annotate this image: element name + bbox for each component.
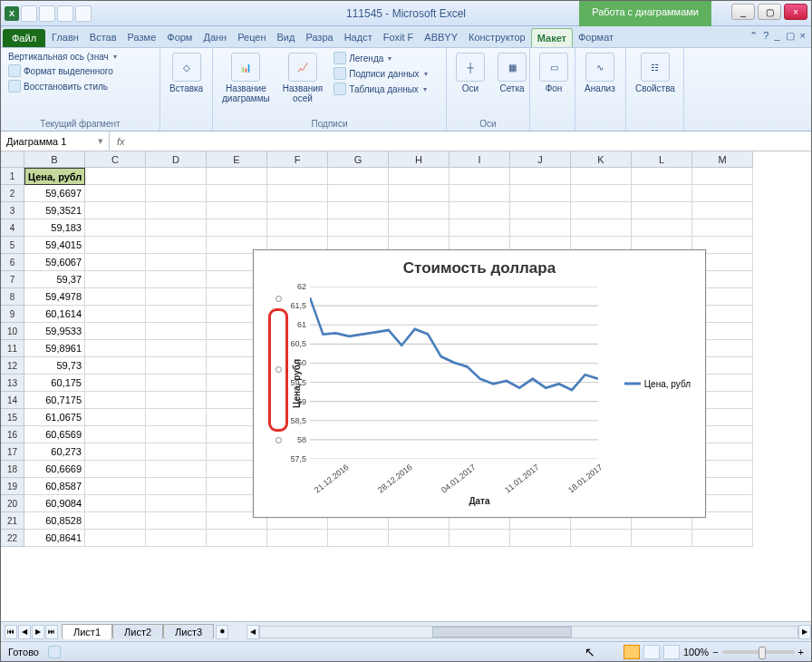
cell[interactable] bbox=[510, 219, 571, 237]
cell[interactable] bbox=[146, 340, 207, 357]
ribbon-tab-данн[interactable]: Данн bbox=[198, 28, 232, 47]
cell[interactable] bbox=[632, 219, 692, 237]
cell[interactable] bbox=[146, 357, 207, 375]
cell[interactable] bbox=[328, 202, 389, 219]
cell[interactable] bbox=[571, 168, 632, 185]
cell[interactable] bbox=[267, 530, 328, 547]
cell[interactable]: 60,175 bbox=[24, 375, 85, 392]
cell[interactable] bbox=[267, 185, 328, 202]
zoom-out-button[interactable]: − bbox=[712, 647, 718, 657]
cell[interactable] bbox=[146, 375, 207, 392]
cell[interactable] bbox=[85, 461, 146, 478]
cell[interactable] bbox=[389, 219, 450, 237]
scrollbar-thumb[interactable] bbox=[432, 627, 572, 638]
ribbon-tab-конструктор[interactable]: Конструктор bbox=[463, 28, 531, 47]
cell[interactable]: 59,183 bbox=[24, 219, 85, 237]
row-header[interactable]: 3 bbox=[1, 202, 24, 219]
cell[interactable] bbox=[85, 306, 146, 323]
cell[interactable] bbox=[85, 530, 146, 547]
cell[interactable] bbox=[692, 530, 753, 547]
cell[interactable] bbox=[207, 202, 267, 219]
qat-save-icon[interactable] bbox=[21, 5, 37, 22]
row-header[interactable]: 12 bbox=[1, 357, 24, 375]
cell[interactable] bbox=[389, 168, 450, 185]
cell[interactable] bbox=[267, 202, 328, 219]
cell[interactable] bbox=[450, 219, 510, 237]
cell[interactable]: 60,9084 bbox=[24, 495, 85, 512]
row-header[interactable]: 15 bbox=[1, 409, 24, 426]
ribbon-tab-форм[interactable]: Форм bbox=[161, 28, 198, 47]
name-box[interactable]: Диаграмма 1▾ bbox=[1, 131, 110, 151]
format-selection-button[interactable]: Формат выделенного bbox=[6, 63, 154, 78]
cell[interactable] bbox=[146, 426, 207, 443]
cell[interactable]: 59,6697 bbox=[24, 185, 85, 202]
cell[interactable] bbox=[85, 495, 146, 512]
cell[interactable] bbox=[146, 254, 207, 271]
chart-element-selector[interactable]: Вертикальная ось (знач bbox=[6, 51, 154, 63]
cell[interactable] bbox=[632, 202, 692, 219]
cell[interactable] bbox=[146, 461, 207, 478]
cell[interactable]: 59,4015 bbox=[24, 237, 85, 254]
cell[interactable] bbox=[632, 185, 692, 202]
cell[interactable] bbox=[146, 512, 207, 530]
column-header[interactable]: B bbox=[24, 151, 85, 168]
column-header[interactable]: K bbox=[571, 151, 632, 168]
row-header[interactable]: 14 bbox=[1, 392, 24, 409]
selection-handle-icon[interactable] bbox=[276, 296, 282, 302]
column-header[interactable]: E bbox=[207, 151, 267, 168]
ribbon-tab-abbyy[interactable]: ABBYY bbox=[419, 28, 463, 47]
cell[interactable] bbox=[85, 512, 146, 530]
column-header[interactable]: C bbox=[85, 151, 146, 168]
plot-area[interactable]: 57,55858,55959,56060,56161,562 21.12.201… bbox=[310, 287, 598, 459]
new-sheet-button[interactable]: ✸ bbox=[216, 625, 228, 639]
row-header[interactable]: 7 bbox=[1, 271, 24, 288]
fx-icon[interactable]: fx bbox=[110, 136, 132, 147]
row-header[interactable]: 17 bbox=[1, 443, 24, 461]
cell[interactable] bbox=[85, 219, 146, 237]
page-break-view-button[interactable] bbox=[663, 645, 680, 659]
column-header[interactable]: I bbox=[450, 151, 510, 168]
horizontal-scrollbar[interactable] bbox=[259, 626, 798, 638]
normal-view-button[interactable] bbox=[624, 645, 640, 659]
ribbon-tab-рецен[interactable]: Рецен bbox=[232, 28, 271, 47]
cell[interactable] bbox=[85, 254, 146, 271]
mdi-minimize-icon[interactable]: _ bbox=[774, 30, 779, 42]
help-icon[interactable]: ? bbox=[763, 30, 768, 42]
column-header[interactable]: D bbox=[146, 151, 207, 168]
qat-redo-icon[interactable] bbox=[57, 5, 73, 22]
cell[interactable] bbox=[146, 323, 207, 340]
cell[interactable] bbox=[450, 530, 510, 547]
cell[interactable] bbox=[692, 202, 753, 219]
cell[interactable] bbox=[85, 288, 146, 306]
row-header[interactable]: 1 bbox=[1, 168, 24, 185]
cell[interactable]: 59,4978 bbox=[24, 288, 85, 306]
mdi-restore-icon[interactable]: ▢ bbox=[786, 30, 795, 42]
window-close-button[interactable]: × bbox=[784, 4, 807, 20]
row-header[interactable]: 22 bbox=[1, 530, 24, 547]
file-tab[interactable]: Файл bbox=[3, 29, 45, 47]
cell[interactable] bbox=[267, 219, 328, 237]
cell[interactable]: 60,6669 bbox=[24, 461, 85, 478]
cell[interactable] bbox=[692, 185, 753, 202]
cell[interactable] bbox=[510, 185, 571, 202]
cell[interactable]: 60,6569 bbox=[24, 426, 85, 443]
cell[interactable] bbox=[85, 392, 146, 409]
cell[interactable] bbox=[510, 168, 571, 185]
cell[interactable] bbox=[146, 202, 207, 219]
cell[interactable]: 61,0675 bbox=[24, 409, 85, 426]
cell[interactable] bbox=[85, 443, 146, 461]
column-header[interactable]: M bbox=[692, 151, 753, 168]
macro-record-icon[interactable] bbox=[48, 646, 61, 658]
cell[interactable] bbox=[571, 185, 632, 202]
cell[interactable]: 60,8528 bbox=[24, 512, 85, 530]
row-header[interactable]: 16 bbox=[1, 426, 24, 443]
cell[interactable]: 59,3521 bbox=[24, 202, 85, 219]
page-layout-view-button[interactable] bbox=[643, 645, 660, 659]
cell[interactable]: 60,273 bbox=[24, 443, 85, 461]
chart-title[interactable]: Стоимость доллара bbox=[259, 259, 700, 277]
cell[interactable] bbox=[207, 530, 267, 547]
reset-style-button[interactable]: Восстановить стиль bbox=[6, 79, 154, 93]
row-header[interactable]: 2 bbox=[1, 185, 24, 202]
cell[interactable] bbox=[85, 168, 146, 185]
mdi-close-icon[interactable]: × bbox=[800, 30, 806, 42]
